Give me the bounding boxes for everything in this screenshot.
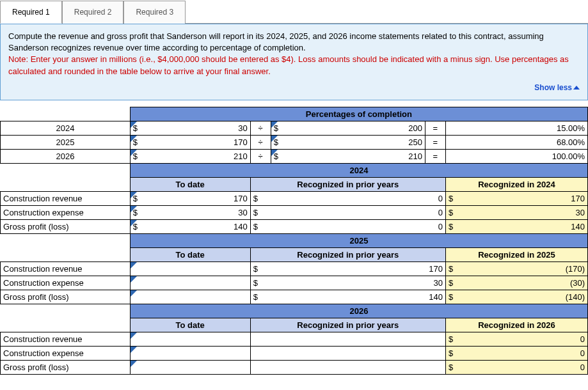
col-prior-2026: Recognized in prior years — [250, 318, 445, 332]
input-cell[interactable] — [148, 276, 250, 290]
poc-2024-den-input[interactable]: 200 — [289, 121, 425, 135]
input-cell[interactable] — [148, 290, 250, 304]
dollar-sign: $ — [445, 205, 463, 219]
row-crev-2024: Construction revenue — [1, 191, 131, 205]
dollar-sign: $ — [445, 219, 463, 233]
dollar-sign: $ — [250, 261, 271, 276]
tab-required-3[interactable]: Required 3 — [123, 1, 186, 24]
dollar-sign: $ — [445, 290, 463, 304]
poc-year-2026: 2026 — [1, 149, 131, 163]
input-cell[interactable]: 140 — [148, 219, 250, 233]
tab-bar: Required 1 Required 2 Required 3 — [0, 0, 588, 24]
dollar-sign: $ — [445, 261, 463, 276]
poc-header: Percentages of completion — [130, 107, 587, 121]
divide-sign: ÷ — [250, 135, 271, 149]
poc-2025-den-dollar[interactable]: $ — [271, 135, 289, 149]
chevron-up-icon — [573, 86, 580, 90]
row-cexp-2026: Construction expense — [1, 346, 131, 360]
divide-sign: ÷ — [250, 121, 271, 135]
poc-2024-den-dollar[interactable]: $ — [271, 121, 289, 135]
value-cell: 140 — [271, 290, 445, 304]
input-cell[interactable] — [130, 290, 148, 304]
value-cell: 30 — [271, 276, 445, 290]
divide-sign: ÷ — [250, 149, 271, 163]
tab-required-1[interactable]: Required 1 — [0, 1, 62, 24]
dollar-sign: $ — [445, 276, 463, 290]
poc-year-2024: 2024 — [1, 121, 131, 135]
equals-sign: = — [425, 135, 445, 149]
input-cell[interactable] — [130, 261, 148, 276]
col-recognized-2024: Recognized in 2024 — [445, 177, 587, 191]
dollar-sign: $ — [445, 332, 463, 346]
poc-2024-num-input[interactable]: 30 — [148, 121, 250, 135]
value-cell — [250, 332, 445, 346]
poc-2024-num-dollar[interactable]: $ — [130, 121, 148, 135]
input-cell[interactable]: 170 — [148, 191, 250, 205]
input-cell[interactable] — [130, 360, 148, 374]
value-cell: 170 — [463, 191, 587, 205]
instruction-panel: Compute the revenue and gross profit tha… — [0, 24, 588, 100]
row-cexp-2024: Construction expense — [1, 205, 131, 219]
input-cell[interactable]: $ — [130, 219, 148, 233]
poc-year-2025: 2025 — [1, 135, 131, 149]
tab-required-2[interactable]: Required 2 — [62, 1, 124, 24]
value-cell: 0 — [463, 332, 587, 346]
row-crev-2026: Construction revenue — [1, 332, 131, 346]
poc-2026-num-dollar[interactable]: $ — [130, 149, 148, 163]
poc-2026-pct: 100.00% — [445, 149, 587, 163]
input-cell[interactable]: 30 — [148, 205, 250, 219]
value-cell: 0 — [271, 219, 445, 233]
col-to-date-2026: To date — [130, 318, 250, 332]
col-prior-2024: Recognized in prior years — [250, 177, 445, 191]
poc-2026-den-input[interactable]: 210 — [289, 149, 425, 163]
equals-sign: = — [425, 149, 445, 163]
value-cell — [250, 346, 445, 360]
instruction-text: Compute the revenue and gross profit tha… — [8, 31, 580, 54]
poc-2025-num-input[interactable]: 170 — [148, 135, 250, 149]
dollar-sign: $ — [250, 205, 271, 219]
input-cell[interactable] — [148, 360, 250, 374]
poc-2024-pct: 15.00% — [445, 121, 587, 135]
col-recognized-2026: Recognized in 2026 — [445, 318, 587, 332]
row-gp-2025: Gross profit (loss) — [1, 290, 131, 304]
show-less-toggle[interactable]: Show less — [534, 82, 580, 93]
value-cell: 0 — [463, 360, 587, 374]
input-cell[interactable]: $ — [130, 205, 148, 219]
input-cell[interactable]: $ — [130, 191, 148, 205]
col-prior-2025: Recognized in prior years — [250, 247, 445, 261]
input-cell[interactable] — [148, 346, 250, 360]
poc-2025-pct: 68.00% — [445, 135, 587, 149]
poc-2025-num-dollar[interactable]: $ — [130, 135, 148, 149]
value-cell: (170) — [463, 261, 587, 276]
input-cell[interactable] — [130, 276, 148, 290]
value-cell: 170 — [271, 261, 445, 276]
poc-2025-den-input[interactable]: 250 — [289, 135, 425, 149]
value-cell: 0 — [463, 346, 587, 360]
worksheet-table: Percentages of completion 2024 $ 30 ÷ $ … — [0, 107, 588, 375]
poc-2026-den-dollar[interactable]: $ — [271, 149, 289, 163]
dollar-sign: $ — [445, 360, 463, 374]
dollar-sign: $ — [250, 219, 271, 233]
input-cell[interactable] — [130, 332, 148, 346]
value-cell: (30) — [463, 276, 587, 290]
poc-2026-num-input[interactable]: 210 — [148, 149, 250, 163]
section-2024-header: 2024 — [130, 163, 587, 177]
equals-sign: = — [425, 121, 445, 135]
input-cell[interactable] — [148, 332, 250, 346]
dollar-sign: $ — [445, 346, 463, 360]
col-to-date-2025: To date — [130, 247, 250, 261]
value-cell: (140) — [463, 290, 587, 304]
input-cell[interactable] — [148, 261, 250, 276]
value-cell: 30 — [463, 205, 587, 219]
show-less-label: Show less — [534, 83, 572, 92]
input-cell[interactable] — [130, 346, 148, 360]
dollar-sign: $ — [250, 290, 271, 304]
dollar-sign: $ — [250, 191, 271, 205]
value-cell: 0 — [271, 205, 445, 219]
row-gp-2026: Gross profit (loss) — [1, 360, 131, 374]
instruction-note: Note: Enter your answer in millions (i.e… — [8, 54, 580, 77]
section-2026-header: 2026 — [130, 304, 587, 318]
value-cell: 140 — [463, 219, 587, 233]
col-to-date-2024: To date — [130, 177, 250, 191]
dollar-sign: $ — [445, 191, 463, 205]
